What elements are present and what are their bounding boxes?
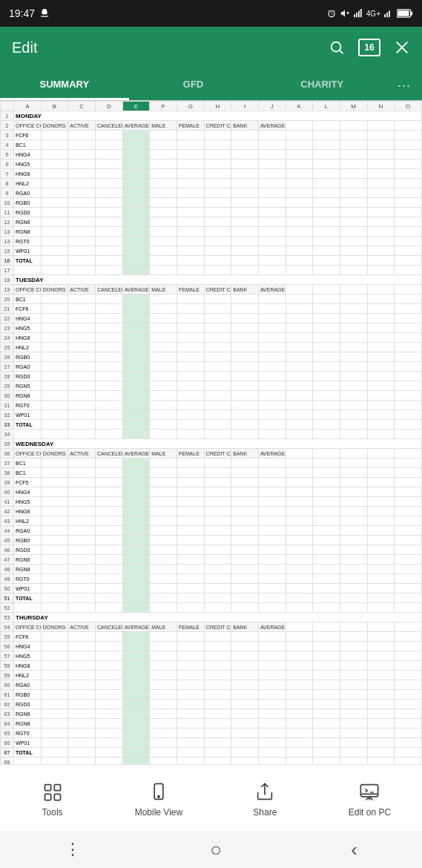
table-cell[interactable] — [231, 555, 259, 565]
table-cell[interactable] — [395, 719, 422, 729]
table-cell[interactable] — [231, 150, 259, 160]
table-cell[interactable] — [313, 603, 340, 613]
table-cell[interactable] — [68, 690, 96, 700]
table-cell[interactable] — [95, 227, 122, 237]
table-cell[interactable] — [150, 323, 177, 333]
table-cell[interactable] — [395, 594, 422, 603]
table-cell[interactable] — [231, 333, 259, 343]
table-cell[interactable] — [367, 729, 395, 738]
table-cell[interactable] — [68, 304, 96, 314]
table-cell[interactable] — [177, 179, 204, 188]
table-cell[interactable] — [313, 719, 340, 729]
table-cell[interactable]: OFFICE CODE — [14, 622, 42, 632]
table-cell[interactable]: RGT0 — [14, 574, 42, 584]
table-cell[interactable] — [340, 671, 367, 680]
table-cell[interactable] — [231, 304, 259, 314]
table-cell[interactable] — [286, 545, 313, 555]
table-cell[interactable] — [395, 738, 422, 748]
table-cell[interactable] — [395, 227, 422, 237]
table-cell[interactable] — [150, 150, 177, 160]
table-cell[interactable] — [286, 169, 313, 179]
table-cell[interactable] — [313, 671, 340, 680]
table-cell[interactable]: DONORS — [41, 285, 68, 295]
table-cell[interactable] — [177, 545, 204, 555]
table-cell[interactable] — [177, 584, 204, 594]
table-cell[interactable] — [95, 738, 122, 748]
table-cell[interactable] — [68, 507, 96, 516]
table-cell[interactable] — [95, 188, 122, 198]
table-cell[interactable] — [286, 420, 313, 430]
table-cell[interactable] — [367, 256, 395, 266]
table-cell[interactable] — [150, 690, 177, 700]
table-cell[interactable]: MALE — [150, 285, 177, 295]
table-cell[interactable] — [204, 545, 231, 555]
table-cell[interactable] — [286, 449, 313, 458]
table-cell[interactable] — [150, 208, 177, 217]
table-cell[interactable] — [313, 227, 340, 237]
table-cell[interactable] — [95, 507, 122, 516]
table-cell[interactable] — [150, 227, 177, 237]
table-cell[interactable] — [367, 333, 395, 343]
table-cell[interactable]: AVERAGE DONATION VALUE — [258, 121, 286, 131]
table-cell[interactable] — [231, 401, 259, 410]
table-cell[interactable] — [231, 169, 259, 179]
table-cell[interactable] — [231, 680, 259, 690]
table-cell[interactable] — [177, 738, 204, 748]
table-cell[interactable] — [122, 256, 150, 266]
table-cell[interactable] — [258, 208, 286, 217]
table-cell[interactable] — [122, 150, 150, 160]
table-cell[interactable] — [150, 140, 177, 150]
more-tabs-button[interactable]: ··· — [386, 70, 422, 100]
table-cell[interactable]: BC1 — [14, 468, 42, 478]
table-cell[interactable] — [231, 729, 259, 738]
table-cell[interactable] — [313, 237, 340, 246]
table-cell[interactable] — [367, 516, 395, 526]
table-cell[interactable] — [122, 314, 150, 323]
table-cell[interactable] — [340, 169, 367, 179]
table-cell[interactable] — [204, 160, 231, 169]
table-cell[interactable] — [313, 256, 340, 266]
table-cell[interactable] — [204, 266, 231, 275]
table-cell[interactable] — [95, 497, 122, 507]
table-cell[interactable] — [41, 208, 68, 217]
table-cell[interactable]: HNG4 — [14, 150, 42, 160]
table-cell[interactable] — [367, 449, 395, 458]
table-cell[interactable] — [313, 217, 340, 227]
table-cell[interactable] — [340, 401, 367, 410]
table-cell[interactable] — [313, 266, 340, 275]
table-cell[interactable] — [41, 709, 68, 719]
table-cell[interactable] — [204, 140, 231, 150]
table-cell[interactable] — [231, 430, 259, 439]
table-cell[interactable] — [231, 516, 259, 526]
table-cell[interactable] — [204, 555, 231, 565]
table-cell[interactable] — [177, 430, 204, 439]
table-cell[interactable]: CANCELED — [95, 449, 122, 458]
table-cell[interactable] — [68, 757, 96, 765]
table-cell[interactable] — [41, 680, 68, 690]
table-cell[interactable]: CANCELED — [95, 121, 122, 131]
table-cell[interactable] — [204, 584, 231, 594]
table-cell[interactable] — [68, 333, 96, 343]
table-cell[interactable] — [231, 719, 259, 729]
table-cell[interactable] — [204, 757, 231, 765]
table-cell[interactable] — [395, 266, 422, 275]
table-cell[interactable] — [204, 661, 231, 671]
table-cell[interactable] — [313, 709, 340, 719]
table-cell[interactable] — [41, 314, 68, 323]
table-cell[interactable] — [231, 372, 259, 381]
table-cell[interactable] — [41, 584, 68, 594]
table-cell[interactable] — [313, 333, 340, 343]
table-cell[interactable] — [258, 719, 286, 729]
table-cell[interactable] — [177, 516, 204, 526]
table-cell[interactable]: DONORS — [41, 121, 68, 131]
table-cell[interactable] — [177, 333, 204, 343]
table-cell[interactable] — [340, 140, 367, 150]
table-cell[interactable] — [395, 333, 422, 343]
table-cell[interactable] — [231, 661, 259, 671]
table-cell[interactable] — [395, 458, 422, 468]
table-cell[interactable] — [395, 352, 422, 362]
table-cell[interactable] — [340, 295, 367, 304]
table-cell[interactable] — [122, 700, 150, 709]
table-cell[interactable] — [231, 565, 259, 574]
table-cell[interactable] — [41, 574, 68, 584]
